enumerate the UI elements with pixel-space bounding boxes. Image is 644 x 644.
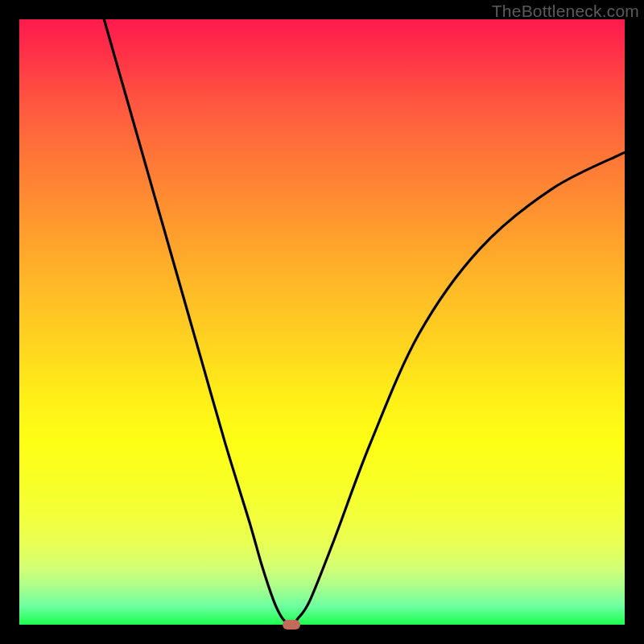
chart-frame: TheBottleneck.com	[0, 0, 644, 644]
optimum-marker	[283, 620, 300, 630]
attribution-text: TheBottleneck.com	[492, 2, 639, 21]
bottleneck-curve	[19, 19, 625, 625]
plot-area	[19, 19, 625, 625]
